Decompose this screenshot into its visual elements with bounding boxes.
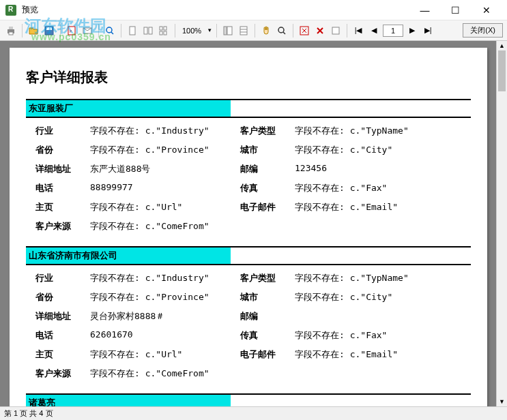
fullscreen-icon[interactable] <box>298 24 311 38</box>
last-page-icon[interactable]: ▶| <box>421 24 435 38</box>
svg-rect-15 <box>160 31 162 35</box>
settings-icon[interactable] <box>329 24 343 38</box>
prev-page-icon[interactable]: ◀ <box>367 24 381 38</box>
report-section: 东亚服装厂行业字段不存在: c."Industry"客户类型字段不存在: c."… <box>26 99 471 239</box>
field-value: 字段不存在: c."Email" <box>295 201 445 213</box>
next-page-icon[interactable]: ▶ <box>405 24 419 38</box>
vertical-scrollbar[interactable]: ▲ ▼ <box>496 41 507 406</box>
field-value <box>295 220 445 232</box>
field-label: 城市 <box>240 291 295 303</box>
hand-icon[interactable] <box>259 24 273 38</box>
report-section: 诸葛亮 <box>26 393 471 406</box>
section-header: 东亚服装厂 <box>26 100 231 117</box>
field-value: 字段不存在: c."TypName" <box>295 125 445 137</box>
field-label: 客户来源 <box>35 368 90 380</box>
svg-line-23 <box>283 32 285 34</box>
field-value: 字段不存在: c."Industry" <box>90 272 240 284</box>
field-value: 灵台孙家村8888＃ <box>90 310 240 322</box>
toolbar: P 100%▼ |◀ ◀ ▶ ▶| 关闭(X) <box>0 20 507 41</box>
minimize-button[interactable]: — <box>409 1 440 20</box>
field-value: 字段不存在: c."City" <box>295 291 445 303</box>
svg-rect-14 <box>164 27 166 30</box>
field-value: 字段不存在: c."ComeFrom" <box>90 220 240 232</box>
thumbnails-icon[interactable] <box>237 24 250 38</box>
field-label: 行业 <box>35 272 90 284</box>
delete-icon[interactable] <box>313 24 327 38</box>
maximize-button[interactable]: ☐ <box>440 1 471 20</box>
scroll-up-icon[interactable]: ▲ <box>497 41 507 50</box>
svg-rect-2 <box>9 32 13 35</box>
zoom-dropdown-icon[interactable]: ▼ <box>207 27 212 33</box>
report-section: 山东省济南市有限公司行业字段不存在: c."Industry"客户类型字段不存在… <box>26 246 471 387</box>
export-pdf-icon[interactable]: P <box>65 24 78 38</box>
first-page-icon[interactable]: |◀ <box>351 24 365 38</box>
data-grid: 行业字段不存在: c."Industry"客户类型字段不存在: c."TypNa… <box>26 118 471 239</box>
section-header: 诸葛亮 <box>26 395 231 406</box>
page-input[interactable] <box>383 25 403 37</box>
scroll-thumb-v[interactable] <box>498 50 506 91</box>
section-header: 山东省济南市有限公司 <box>26 247 231 264</box>
scroll-down-icon[interactable]: ▼ <box>497 397 507 406</box>
field-value: 字段不存在: c."Email" <box>295 348 445 361</box>
svg-rect-16 <box>164 31 166 35</box>
svg-line-9 <box>111 32 113 34</box>
field-value: 字段不存在: c."Province" <box>90 291 240 303</box>
field-label: 邮编 <box>240 163 295 175</box>
report-title: 客户详细报表 <box>26 68 471 87</box>
field-value: 字段不存在: c."City" <box>295 144 445 156</box>
field-value: 字段不存在: c."Url" <box>90 201 240 213</box>
field-value: 字段不存在: c."Url" <box>90 348 240 361</box>
open-icon[interactable] <box>27 24 40 38</box>
find-icon[interactable] <box>103 24 117 38</box>
titlebar: 预览 — ☐ ✕ <box>0 0 507 20</box>
preview-area[interactable]: 客户详细报表 东亚服装厂行业字段不存在: c."Industry"客户类型字段不… <box>0 41 507 406</box>
svg-rect-10 <box>130 27 135 35</box>
zoom-tool-icon[interactable] <box>275 24 289 38</box>
page-status: 第 1 页 共 4 页 <box>4 408 53 419</box>
print-icon[interactable] <box>4 24 18 38</box>
app-icon <box>5 5 16 16</box>
svg-rect-17 <box>224 27 227 35</box>
field-value: 字段不存在: c."Industry" <box>90 125 240 137</box>
svg-rect-18 <box>227 27 232 35</box>
email-icon[interactable] <box>81 24 94 38</box>
field-value: 字段不存在: c."Fax" <box>295 329 445 342</box>
field-value <box>295 310 445 322</box>
window-title: 预览 <box>22 4 38 16</box>
close-button[interactable]: 关闭(X) <box>463 23 503 38</box>
close-window-button[interactable]: ✕ <box>471 1 502 20</box>
field-label: 客户类型 <box>240 272 295 284</box>
field-label: 主页 <box>35 348 90 361</box>
field-label: 详细地址 <box>35 310 90 322</box>
field-label: 传真 <box>240 329 295 342</box>
svg-rect-4 <box>46 27 52 30</box>
field-label: 电子邮件 <box>240 201 295 213</box>
field-label: 邮编 <box>240 310 295 322</box>
two-page-icon[interactable] <box>141 24 155 38</box>
field-label: 客户来源 <box>35 220 90 232</box>
field-value: 123456 <box>295 163 445 175</box>
svg-point-22 <box>278 27 284 33</box>
field-label: 省份 <box>35 291 90 303</box>
field-label: 详细地址 <box>35 163 90 175</box>
svg-rect-13 <box>160 27 162 30</box>
zoom-value[interactable]: 100% <box>179 27 204 35</box>
field-label: 传真 <box>240 182 295 194</box>
save-icon[interactable] <box>42 24 56 38</box>
field-label: 城市 <box>240 144 295 156</box>
field-label: 电话 <box>35 329 90 342</box>
field-value <box>295 368 445 380</box>
field-value: 88899977 <box>90 182 240 194</box>
svg-rect-11 <box>144 27 147 34</box>
outline-icon[interactable] <box>221 24 235 38</box>
field-label: 客户类型 <box>240 125 295 137</box>
svg-rect-25 <box>332 27 339 34</box>
field-value: 字段不存在: c."TypName" <box>295 272 445 284</box>
field-label <box>240 368 295 380</box>
field-label: 电话 <box>35 182 90 194</box>
multi-page-icon[interactable] <box>157 24 171 38</box>
field-value: 字段不存在: c."Fax" <box>295 182 445 194</box>
field-value: 字段不存在: c."ComeFrom" <box>90 368 240 380</box>
svg-rect-1 <box>9 27 13 29</box>
page-view-icon[interactable] <box>126 24 139 38</box>
